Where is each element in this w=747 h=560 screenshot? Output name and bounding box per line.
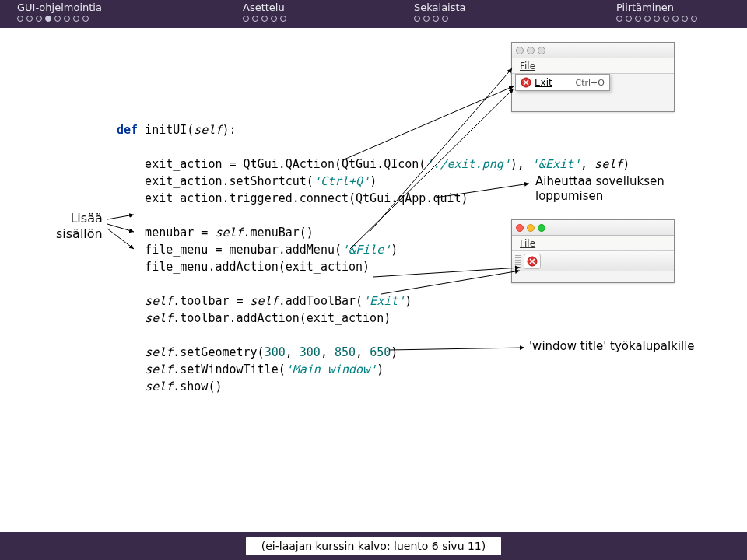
- footer-text: (ei-laajan kurssin kalvo: luento 6 sivu …: [246, 537, 502, 555]
- maximize-icon: [538, 47, 545, 54]
- annotation-right-quit: Aiheuttaa sovelluksen loppumisen: [535, 174, 665, 204]
- nav-label: Piirtäminen: [616, 2, 674, 14]
- nav-dots: [17, 16, 89, 22]
- nav-label: Asettelu: [243, 2, 285, 14]
- footer-bar: (ei-laajan kurssin kalvo: luento 6 sivu …: [0, 532, 747, 560]
- window-menubar: File: [512, 236, 674, 251]
- menu-file[interactable]: File: [517, 236, 538, 250]
- window-titlebar: [512, 220, 674, 236]
- menu-dropdown: Exit Ctrl+Q: [515, 74, 610, 91]
- close-icon: [516, 47, 524, 54]
- slide-body: def initUI(self): exit_action = QtGui.QA…: [0, 28, 747, 532]
- minimize-icon: [527, 224, 535, 232]
- nav-label: GUI-ohjelmointia: [17, 2, 102, 14]
- annotation-left: Lisää sisällön: [56, 211, 103, 242]
- toolbar-exit-button[interactable]: [524, 254, 541, 269]
- menu-item-exit[interactable]: Exit Ctrl+Q: [516, 75, 609, 90]
- nav-dots: [243, 16, 286, 22]
- nav-item-piirtaminen[interactable]: Piirtäminen: [610, 2, 703, 22]
- close-icon: [516, 224, 524, 232]
- minimize-icon: [527, 47, 535, 54]
- window-mock-toolbar: File: [511, 219, 675, 283]
- window-titlebar: [512, 43, 674, 58]
- nav-item-asettelu[interactable]: Asettelu: [237, 2, 408, 22]
- annotation-right-title: 'window title' työkalupalkille: [529, 339, 695, 353]
- exit-icon: [521, 77, 531, 88]
- nav-item-gui[interactable]: GUI-ohjelmointia: [11, 2, 237, 22]
- nav-dots: [616, 16, 697, 22]
- menu-shortcut: Ctrl+Q: [576, 78, 605, 88]
- nav-label: Sekalaista: [414, 2, 466, 14]
- toolbar-grip-icon: [515, 255, 521, 268]
- exit-icon: [527, 256, 538, 267]
- nav-item-sekalaista[interactable]: Sekalaista: [408, 2, 610, 22]
- menu-file[interactable]: File: [517, 59, 538, 73]
- nav-dots: [414, 16, 448, 22]
- window-mock-menu: File Exit Ctrl+Q: [511, 42, 675, 112]
- window-menubar: File: [512, 58, 674, 74]
- maximize-icon: [538, 224, 545, 232]
- top-nav: GUI-ohjelmointia Asettelu Sekalaista Pii…: [0, 0, 747, 28]
- window-toolbar: [512, 251, 674, 271]
